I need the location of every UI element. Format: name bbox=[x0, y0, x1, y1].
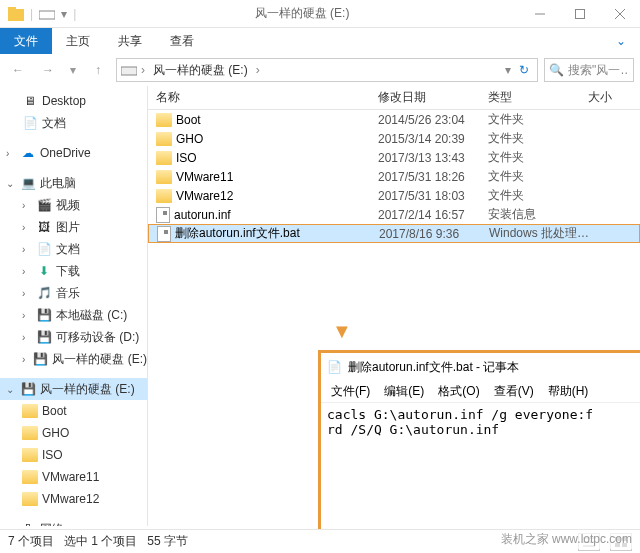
tree-downloads[interactable]: ›⬇下载 bbox=[0, 260, 147, 282]
tree-music[interactable]: ›🎵音乐 bbox=[0, 282, 147, 304]
np-minimize-button[interactable] bbox=[629, 353, 640, 381]
tree-iso[interactable]: ISO bbox=[0, 444, 147, 466]
np-menu-edit[interactable]: 编辑(E) bbox=[378, 381, 430, 402]
notepad-window[interactable]: 📄 删除autorun.inf文件.bat - 记事本 文件(F) 编辑(E) … bbox=[318, 350, 640, 553]
tree-thispc[interactable]: ⌄💻此电脑 bbox=[0, 172, 147, 194]
file-icon bbox=[157, 226, 171, 242]
file-row[interactable]: GHO2015/3/14 20:39文件夹 bbox=[148, 129, 640, 148]
tree-documents[interactable]: 📄文档 bbox=[0, 112, 147, 134]
file-name: GHO bbox=[176, 132, 203, 146]
file-row[interactable]: VMware122017/5/31 18:03文件夹 bbox=[148, 186, 640, 205]
tree-drive-e[interactable]: ›💾风一样的硬盘 (E:) bbox=[0, 348, 147, 370]
column-type[interactable]: 类型 bbox=[488, 89, 588, 106]
nav-tree[interactable]: 🖥Desktop 📄文档 ›☁OneDrive ⌄💻此电脑 ›🎬视频 ›🖼图片 … bbox=[0, 86, 148, 526]
file-date: 2015/3/14 20:39 bbox=[378, 132, 488, 146]
file-row[interactable]: Boot2014/5/26 23:04文件夹 bbox=[148, 110, 640, 129]
address-bar[interactable]: › 风一样的硬盘 (E:) › ▾ ↻ bbox=[116, 58, 538, 82]
search-icon: 🔍 bbox=[549, 63, 564, 77]
file-type: 安装信息 bbox=[488, 206, 588, 223]
column-name[interactable]: 名称 bbox=[148, 89, 378, 106]
refresh-icon[interactable]: ↻ bbox=[515, 63, 533, 77]
file-row[interactable]: autorun.inf2017/2/14 16:57安装信息 bbox=[148, 205, 640, 224]
tree-desktop[interactable]: 🖥Desktop bbox=[0, 90, 147, 112]
folder-icon bbox=[156, 132, 172, 146]
svg-rect-2 bbox=[39, 11, 55, 19]
tab-share[interactable]: 共享 bbox=[104, 28, 156, 54]
download-icon: ⬇ bbox=[36, 263, 52, 279]
breadcrumb-drive[interactable]: 风一样的硬盘 (E:) bbox=[149, 62, 252, 79]
file-type: 文件夹 bbox=[488, 168, 588, 185]
document-icon: 📄 bbox=[36, 241, 52, 257]
tree-videos[interactable]: ›🎬视频 bbox=[0, 194, 147, 216]
drive-icon: 💾 bbox=[20, 381, 36, 397]
folder-icon bbox=[22, 426, 38, 440]
file-name: autorun.inf bbox=[174, 208, 231, 222]
chevron-down-icon[interactable]: ⌄ bbox=[6, 384, 16, 395]
file-date: 2017/5/31 18:03 bbox=[378, 189, 488, 203]
chevron-right-icon[interactable]: › bbox=[141, 63, 145, 77]
tree-localdisk-c[interactable]: ›💾本地磁盘 (C:) bbox=[0, 304, 147, 326]
tree-boot[interactable]: Boot bbox=[0, 400, 147, 422]
tree-vmware11[interactable]: VMware11 bbox=[0, 466, 147, 488]
tree-docs2[interactable]: ›📄文档 bbox=[0, 238, 147, 260]
address-dropdown-icon[interactable]: ▾ bbox=[505, 63, 511, 77]
window-title: 风一样的硬盘 (E:) bbox=[84, 5, 520, 22]
file-date: 2014/5/26 23:04 bbox=[378, 113, 488, 127]
column-date[interactable]: 修改日期 bbox=[378, 89, 488, 106]
file-date: 2017/8/16 9:36 bbox=[379, 227, 489, 241]
nav-forward-button[interactable]: → bbox=[36, 58, 60, 82]
nav-history-button[interactable]: ▾ bbox=[66, 58, 80, 82]
pc-icon: 💻 bbox=[20, 175, 36, 191]
tree-vmware12[interactable]: VMware12 bbox=[0, 488, 147, 510]
file-name: 删除autorun.inf文件.bat bbox=[175, 225, 300, 242]
nav-back-button[interactable]: ← bbox=[6, 58, 30, 82]
tab-home[interactable]: 主页 bbox=[52, 28, 104, 54]
folder-icon bbox=[22, 492, 38, 506]
qat-divider2: | bbox=[73, 7, 76, 21]
svg-rect-7 bbox=[121, 67, 137, 75]
chevron-right-icon[interactable]: › bbox=[256, 63, 260, 77]
search-input[interactable]: 🔍 搜索"风一… bbox=[544, 58, 634, 82]
status-size: 55 字节 bbox=[147, 533, 188, 550]
folder-icon bbox=[156, 113, 172, 127]
desktop-icon: 🖥 bbox=[22, 93, 38, 109]
np-menu-format[interactable]: 格式(O) bbox=[432, 381, 485, 402]
status-selected: 选中 1 个项目 bbox=[64, 533, 137, 550]
file-row[interactable]: VMware112017/5/31 18:26文件夹 bbox=[148, 167, 640, 186]
file-row[interactable]: ISO2017/3/13 13:43文件夹 bbox=[148, 148, 640, 167]
drive-icon bbox=[121, 63, 137, 77]
file-type: 文件夹 bbox=[488, 111, 588, 128]
tree-pictures[interactable]: ›🖼图片 bbox=[0, 216, 147, 238]
tree-drive-e2[interactable]: ⌄💾风一样的硬盘 (E:) bbox=[0, 378, 147, 400]
chevron-down-icon[interactable]: ⌄ bbox=[6, 178, 16, 189]
tree-onedrive[interactable]: ›☁OneDrive bbox=[0, 142, 147, 164]
tree-network[interactable]: ›🖧网络 bbox=[0, 518, 147, 526]
folder-icon bbox=[22, 448, 38, 462]
svg-rect-4 bbox=[576, 9, 585, 18]
folder-icon bbox=[22, 404, 38, 418]
folder-icon bbox=[22, 470, 38, 484]
file-row[interactable]: 删除autorun.inf文件.bat2017/8/16 9:36Windows… bbox=[148, 224, 640, 243]
qat-divider: | bbox=[30, 7, 33, 21]
tree-gho[interactable]: GHO bbox=[0, 422, 147, 444]
column-size[interactable]: 大小 bbox=[588, 89, 640, 106]
qat-overflow[interactable]: ▾ bbox=[61, 7, 67, 21]
tab-view[interactable]: 查看 bbox=[156, 28, 208, 54]
tree-removable-d[interactable]: ›💾可移动设备 (D:) bbox=[0, 326, 147, 348]
np-menu-help[interactable]: 帮助(H) bbox=[542, 381, 595, 402]
file-type: 文件夹 bbox=[488, 130, 588, 147]
nav-up-button[interactable]: ↑ bbox=[86, 58, 110, 82]
np-menu-view[interactable]: 查看(V) bbox=[488, 381, 540, 402]
qat-drive-icon[interactable] bbox=[39, 7, 55, 21]
callout-arrow-icon: ▼ bbox=[332, 320, 352, 343]
close-button[interactable] bbox=[600, 0, 640, 28]
tab-file[interactable]: 文件 bbox=[0, 28, 52, 54]
file-date: 2017/3/13 13:43 bbox=[378, 151, 488, 165]
file-icon bbox=[156, 207, 170, 223]
np-menu-file[interactable]: 文件(F) bbox=[325, 381, 376, 402]
file-type: Windows 批处理… bbox=[489, 225, 589, 242]
ribbon-expand-icon[interactable]: ⌄ bbox=[602, 28, 640, 54]
chevron-right-icon[interactable]: › bbox=[6, 148, 16, 159]
maximize-button[interactable] bbox=[560, 0, 600, 28]
minimize-button[interactable] bbox=[520, 0, 560, 28]
